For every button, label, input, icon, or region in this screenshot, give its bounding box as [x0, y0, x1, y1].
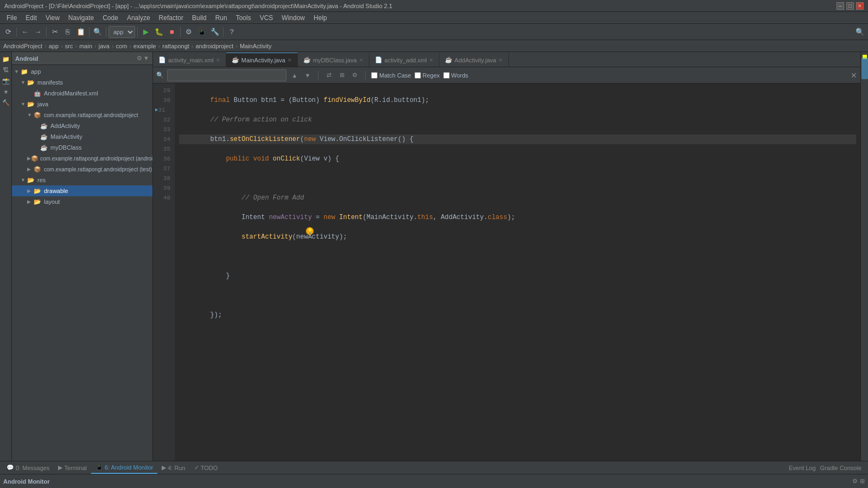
- sidebar-build-icon[interactable]: 🔨: [1, 98, 11, 107]
- match-case-option[interactable]: Match Case: [371, 72, 411, 79]
- project-collapse-icon[interactable]: ▼: [143, 55, 149, 62]
- toolbar-cut[interactable]: ✂: [49, 26, 61, 38]
- tree-item-manifests[interactable]: ▼ 📂 manifests: [12, 77, 152, 88]
- search-input[interactable]: [167, 69, 286, 81]
- tab-close-icon[interactable]: ✕: [288, 57, 292, 63]
- code-content[interactable]: final Button btn1 = (Button) findViewByI…: [175, 84, 860, 461]
- toolbar-find[interactable]: 🔍: [92, 26, 104, 38]
- maximize-button[interactable]: □: [846, 2, 854, 10]
- regex-option[interactable]: Regex: [414, 72, 440, 79]
- menu-view[interactable]: View: [41, 12, 64, 23]
- btab-run[interactable]: ▶ 4: Run: [157, 462, 189, 474]
- event-log-tab[interactable]: Event Log: [789, 465, 816, 471]
- breadcrumb-mainactivity[interactable]: MainActivity: [240, 43, 272, 49]
- tab-activity-add-xml[interactable]: 📄 activity_add.xml ✕: [369, 53, 439, 67]
- tree-item-mydbclass[interactable]: ☕ myDBClass: [12, 142, 152, 153]
- toolbar-forward[interactable]: →: [32, 26, 44, 38]
- tab-close-icon[interactable]: ✕: [359, 57, 363, 63]
- toolbar-debug[interactable]: 🐛: [153, 26, 165, 38]
- menu-help[interactable]: Help: [309, 12, 331, 23]
- toolbar-settings[interactable]: 🔧: [209, 26, 221, 38]
- menu-refactor[interactable]: Refactor: [155, 12, 188, 23]
- breadcrumb-app[interactable]: app: [49, 43, 59, 49]
- breadcrumb-src[interactable]: src: [65, 43, 73, 49]
- tab-mainactivity-java[interactable]: ☕ MainActivity.java ✕: [226, 53, 298, 67]
- menu-build[interactable]: Build: [188, 12, 211, 23]
- tab-close-icon[interactable]: ✕: [499, 57, 503, 63]
- panel-settings-icon[interactable]: ⚙: [852, 478, 858, 485]
- match-case-checkbox[interactable]: [371, 72, 378, 79]
- bulb-icon[interactable]: 💡: [306, 227, 314, 235]
- tab-close-icon[interactable]: ✕: [429, 57, 433, 63]
- btab-messages[interactable]: 💬 0: Messages: [2, 462, 54, 474]
- breadcrumb-example[interactable]: example: [133, 43, 156, 49]
- menu-navigate[interactable]: Navigate: [64, 12, 98, 23]
- sidebar-structure-icon[interactable]: 🏗: [1, 65, 11, 75]
- search-close-icon[interactable]: ✕: [851, 71, 857, 80]
- run-config-dropdown[interactable]: app: [108, 26, 135, 38]
- search-next-button[interactable]: ▼: [303, 70, 312, 80]
- toolbar-paste[interactable]: 📋: [75, 26, 87, 38]
- menu-run[interactable]: Run: [211, 12, 232, 23]
- toolbar-stop[interactable]: ■: [166, 26, 178, 38]
- search-filter-icon[interactable]: ⊞: [337, 70, 347, 80]
- toolbar-search[interactable]: 🔍: [854, 26, 866, 38]
- tree-item-androidmanifest[interactable]: 🤖 AndroidManifest.xml: [12, 88, 152, 99]
- tab-close-icon[interactable]: ✕: [216, 57, 220, 63]
- close-button[interactable]: ✕: [856, 2, 864, 10]
- menu-tools[interactable]: Tools: [232, 12, 256, 23]
- sidebar-favorites-icon[interactable]: ★: [1, 87, 11, 97]
- breadcrumb-com[interactable]: com: [116, 43, 127, 49]
- menu-analyze[interactable]: Analyze: [123, 12, 155, 23]
- search-replace-icon[interactable]: ⇄: [324, 70, 334, 80]
- project-settings-icon[interactable]: ⚙: [137, 55, 142, 62]
- panel-restore-icon[interactable]: ⊞: [860, 478, 865, 485]
- tree-item-addactivity[interactable]: ☕ AddActivity: [12, 120, 152, 131]
- tab-mydbclass-java[interactable]: ☕ myDBClass.java ✕: [298, 53, 369, 67]
- tree-item-app[interactable]: ▼ 📁 app: [12, 66, 152, 77]
- tree-item-package-main[interactable]: ▼ 📦 com.example.rattapongt.androidprojec…: [12, 110, 152, 120]
- words-option[interactable]: Words: [443, 72, 469, 79]
- toolbar-back[interactable]: ←: [19, 26, 31, 38]
- breadcrumb-androidproject2[interactable]: androidproject: [196, 43, 234, 49]
- breadcrumb-main[interactable]: main: [79, 43, 92, 49]
- toolbar-avd[interactable]: 📱: [196, 26, 208, 38]
- breadcrumb-rattapongt[interactable]: rattapongt: [162, 43, 189, 49]
- breadcrumb-androidproject[interactable]: AndroidProject: [3, 43, 42, 49]
- tab-addactivity-java[interactable]: ☕ AddActivity.java ✕: [439, 53, 509, 67]
- tree-item-test[interactable]: ▶ 📦 com.example.rattapongt.androidprojec…: [12, 164, 152, 175]
- menu-code[interactable]: Code: [98, 12, 123, 23]
- tree-item-androidtest[interactable]: ▶ 📦 com.example.rattapongt.androidprojec…: [12, 153, 152, 164]
- btab-android-monitor[interactable]: 📱 6: Android Monitor: [91, 462, 157, 474]
- minimize-button[interactable]: ─: [837, 2, 844, 10]
- gutter-bulb[interactable]: 💡: [306, 227, 316, 235]
- gradle-console-tab[interactable]: Gradle Console: [820, 465, 861, 471]
- sidebar-captures-icon[interactable]: 📸: [1, 76, 11, 86]
- search-settings-icon[interactable]: ⚙: [350, 70, 360, 80]
- toolbar-sdk[interactable]: ⚙: [183, 26, 195, 38]
- toolbar-help[interactable]: ?: [226, 26, 238, 38]
- toolbar-run[interactable]: ▶: [140, 26, 152, 38]
- tree-item-java[interactable]: ▼ 📂 java: [12, 99, 152, 110]
- menu-file[interactable]: File: [2, 12, 21, 23]
- btab-todo[interactable]: ✓ TODO: [190, 462, 222, 474]
- menu-window[interactable]: Window: [277, 12, 309, 23]
- tree-item-drawable[interactable]: ▶ 📂 drawable: [12, 185, 152, 196]
- words-checkbox[interactable]: [443, 72, 450, 79]
- tree-item-res[interactable]: ▼ 📂 res: [12, 175, 152, 185]
- breadcrumb-java[interactable]: java: [99, 43, 110, 49]
- search-prev-button[interactable]: ▲: [290, 70, 299, 80]
- tree-item-layout[interactable]: ▶ 📂 layout: [12, 196, 152, 207]
- tab-activity-main-xml[interactable]: 📄 activity_main.xml ✕: [153, 53, 226, 67]
- minimap-indicator[interactable]: [861, 57, 868, 79]
- menu-vcs[interactable]: VCS: [256, 12, 278, 23]
- code-editor[interactable]: 29 30 ▶31 32 33 34 35 36 37 38 39 40 fin…: [153, 84, 860, 461]
- toolbar-copy[interactable]: ⎘: [62, 26, 74, 38]
- sidebar-project-icon[interactable]: 📁: [1, 54, 11, 64]
- tree-item-mainactivity[interactable]: ☕ MainActivity: [12, 131, 152, 142]
- regex-checkbox[interactable]: [414, 72, 421, 79]
- btab-terminal[interactable]: ▶ Terminal: [54, 462, 91, 474]
- toolbar-refresh[interactable]: ⟳: [2, 26, 14, 38]
- menu-edit[interactable]: Edit: [21, 12, 41, 23]
- java-icon: ☕: [40, 133, 49, 140]
